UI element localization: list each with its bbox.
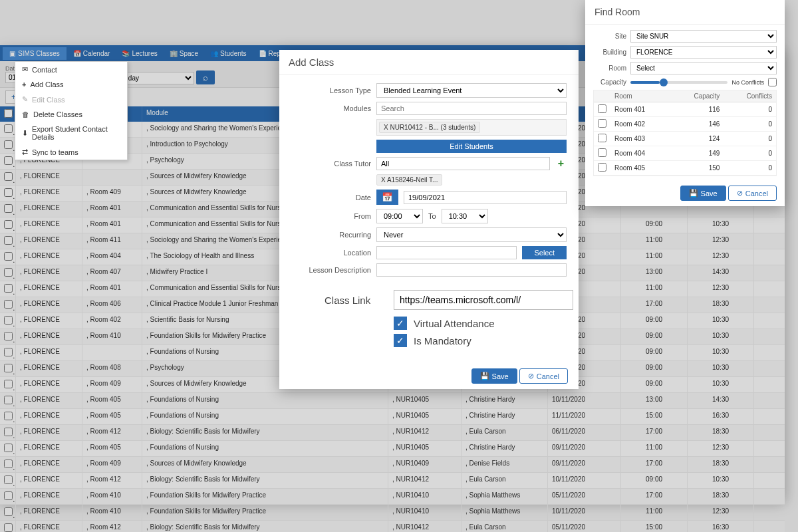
recurring-select[interactable]: Never xyxy=(376,227,567,242)
tutor-token[interactable]: X A158246-Neil T... xyxy=(376,174,442,186)
room-checkbox[interactable] xyxy=(598,148,606,157)
find-room-panel: Find Room Site Site SNUR Building FLOREN… xyxy=(585,0,785,206)
class-link-label: Class Link xyxy=(325,295,384,306)
lesson-type-select[interactable]: Blended Learning Event xyxy=(376,83,567,98)
menu-add-class[interactable]: + Add Class xyxy=(15,77,127,92)
room-row[interactable]: Room 4041490 xyxy=(594,146,776,161)
room-select[interactable]: Select xyxy=(630,62,777,74)
site-label: Site xyxy=(593,33,626,40)
room-row[interactable]: Room 4061200 xyxy=(594,176,776,177)
fr-col-conflicts: Conflicts xyxy=(724,90,776,102)
room-row[interactable]: Room 4011160 xyxy=(594,102,776,117)
findroom-title: Find Room xyxy=(585,0,785,25)
select-location-button[interactable]: Select xyxy=(522,246,567,259)
findroom-save-button[interactable]: 💾 Save xyxy=(680,186,726,201)
desc-label: Lesson Description xyxy=(291,266,371,274)
room-row[interactable]: Room 4051500 xyxy=(594,161,776,176)
virtual-checkbox[interactable]: ✓ xyxy=(394,317,407,330)
module-token[interactable]: X NUR10412 - B... (3 students) xyxy=(379,122,480,133)
tutor-label: Class Tutor xyxy=(291,160,371,168)
room-row[interactable]: Room 4031240 xyxy=(594,132,776,146)
noconflicts-label: No Conflicts xyxy=(732,79,764,86)
capacity-label: Capacity xyxy=(593,78,626,86)
location-label: Location xyxy=(291,249,371,257)
menu-delete-classes[interactable]: 🗑 Delete Classes xyxy=(15,107,127,122)
recurring-label: Recurring xyxy=(291,231,371,239)
mandatory-label: Is Mandatory xyxy=(414,335,471,346)
add-tutor-button[interactable]: + xyxy=(555,158,567,170)
room-checkbox[interactable] xyxy=(598,104,606,113)
lesson-type-label: Lesson Type xyxy=(291,86,371,94)
class-link-input[interactable] xyxy=(394,290,573,310)
room-label: Room xyxy=(593,65,626,72)
room-checkbox[interactable] xyxy=(598,163,606,172)
site-select[interactable]: Site SNUR xyxy=(630,30,777,43)
add-class-modal: Add Class Lesson Type Blended Learning E… xyxy=(279,50,579,389)
modal-save-button[interactable]: 💾 Save xyxy=(471,368,517,384)
capacity-slider[interactable] xyxy=(630,81,728,84)
from-label: From xyxy=(291,212,371,220)
date-input[interactable] xyxy=(404,191,567,204)
tutor-input[interactable] xyxy=(376,157,550,170)
menu-contact[interactable]: ✉ Contact xyxy=(15,62,127,77)
virtual-label: Virtual Attendance xyxy=(414,318,494,329)
location-input[interactable] xyxy=(376,246,517,259)
context-menu: ✉ Contact + Add Class ✎ Edit Class 🗑 Del… xyxy=(15,61,128,160)
room-row[interactable]: Room 4021460 xyxy=(594,117,776,132)
mandatory-checkbox[interactable]: ✓ xyxy=(394,334,407,347)
modules-search-input[interactable] xyxy=(376,102,567,115)
modal-title: Add Class xyxy=(279,50,579,75)
fr-col-capacity: Capacity xyxy=(671,90,724,102)
menu-sync[interactable]: ⇄ Sync to teams xyxy=(15,144,127,160)
building-label: Building xyxy=(593,49,626,56)
description-input[interactable] xyxy=(376,263,567,277)
date-label: Date xyxy=(291,194,371,201)
menu-edit-class: ✎ Edit Class xyxy=(15,92,127,107)
date-picker-button[interactable]: 📅 xyxy=(376,190,398,205)
modal-cancel-button[interactable]: ⊘ Cancel xyxy=(519,368,568,384)
room-checkbox[interactable] xyxy=(598,119,606,128)
to-time-select[interactable]: 10:30 xyxy=(442,209,488,223)
building-select[interactable]: FLORENCE xyxy=(630,46,777,59)
findroom-cancel-button[interactable]: ⊘ Cancel xyxy=(728,186,777,201)
noconflicts-checkbox[interactable] xyxy=(768,78,777,86)
menu-export[interactable]: ⬇ Export Student Contact Details xyxy=(15,122,127,144)
edit-students-button[interactable]: Edit Students xyxy=(376,140,567,153)
modules-label: Modules xyxy=(291,104,371,112)
to-label: To xyxy=(428,212,436,220)
from-time-select[interactable]: 09:00 xyxy=(376,209,423,223)
fr-col-room: Room xyxy=(610,90,671,102)
room-checkbox[interactable] xyxy=(598,134,606,142)
